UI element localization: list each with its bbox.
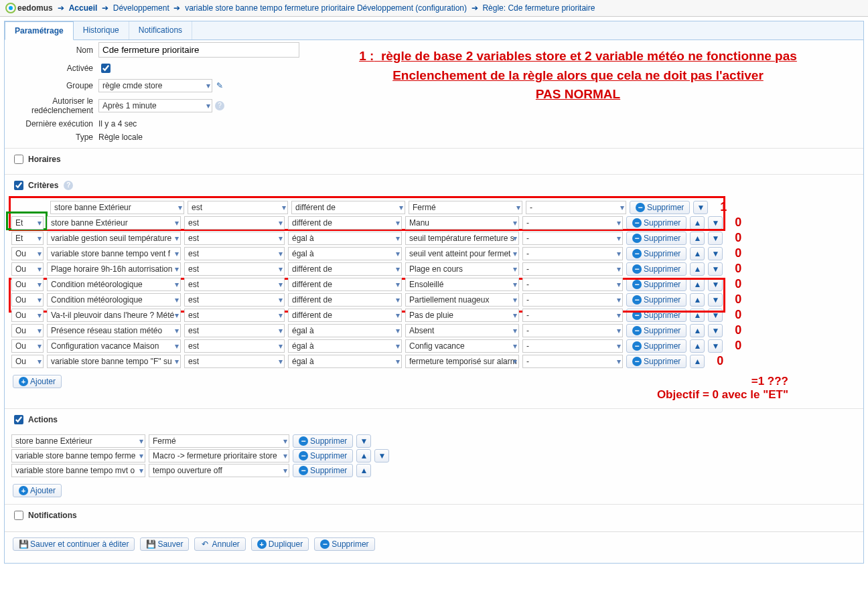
move-up-button[interactable]: ▲ (690, 324, 705, 337)
select-operator[interactable]: Ou▾ (11, 247, 44, 260)
select-comparator[interactable]: égal à▾ (288, 247, 402, 260)
select-extra[interactable]: -▾ (522, 232, 623, 245)
delete-button[interactable]: −Supprimer (314, 537, 374, 551)
select-action-device[interactable]: variable store banne tempo mvt o▾ (11, 464, 145, 477)
select-value[interactable]: Partiellement nuageux▾ (405, 293, 519, 307)
select-operator[interactable]: Ou▾ (11, 278, 44, 291)
supprimer-button[interactable]: −Supprimer (626, 232, 686, 245)
breadcrumb-item[interactable]: variable store banne tempo fermeture pri… (185, 3, 467, 13)
save-button[interactable]: Sauver (140, 537, 189, 551)
duplicate-button[interactable]: +Dupliquer (251, 537, 309, 551)
edit-icon[interactable]: ✎ (216, 81, 223, 90)
select-comparator[interactable]: différent de▾ (288, 309, 402, 322)
select-action-value[interactable]: Fermé▾ (149, 434, 289, 448)
select-extra[interactable]: -▾ (522, 309, 623, 322)
select-groupe[interactable]: règle cmde store▾ (98, 79, 212, 92)
select-operator[interactable]: Ou▾ (11, 324, 44, 337)
select-device[interactable]: Va-t-il pleuvoir dans l'heure ? Mété▾ (47, 309, 181, 322)
help-icon[interactable]: ? (64, 181, 73, 190)
move-down-button[interactable]: ▼ (374, 449, 389, 462)
supprimer-button[interactable]: −Supprimer (626, 216, 686, 230)
select-state[interactable]: est▾ (184, 355, 285, 368)
select-state[interactable]: est▾ (184, 339, 285, 353)
select-extra[interactable]: -▾ (522, 355, 623, 368)
move-down-button[interactable]: ▼ (708, 232, 723, 245)
move-down-button[interactable]: ▼ (708, 339, 723, 353)
select-state[interactable]: est▾ (184, 309, 285, 322)
select-value[interactable]: Manu▾ (405, 216, 519, 230)
select-comparator[interactable]: différent de▾ (288, 216, 402, 230)
select-operator[interactable]: Ou▾ (11, 339, 44, 353)
move-down-button[interactable]: ▼ (708, 324, 723, 337)
select-value[interactable]: seuil vent atteint pour fermet▾ (405, 247, 519, 260)
supprimer-button[interactable]: −Supprimer (626, 262, 686, 276)
move-down-button[interactable]: ▼ (708, 262, 723, 276)
breadcrumb-item[interactable]: Développement (113, 3, 169, 13)
select-operator[interactable]: Et▾ (11, 216, 44, 230)
supprimer-button[interactable]: −Supprimer (293, 449, 353, 462)
supprimer-button[interactable]: −Supprimer (626, 324, 686, 337)
select-extra[interactable]: -▾ (522, 216, 623, 230)
select-device[interactable]: Plage horaire 9h-16h autorrisation▾ (47, 262, 181, 276)
input-nom[interactable] (98, 42, 299, 58)
select-device[interactable]: store banne Extérieur▾ (47, 216, 181, 230)
move-up-button[interactable]: ▲ (690, 278, 705, 291)
tab-notifications[interactable]: Notifications (129, 21, 192, 39)
ajouter-critere-button[interactable]: +Ajouter (13, 375, 62, 388)
save-continue-button[interactable]: Sauver et continuer à éditer (13, 537, 135, 551)
move-down-button[interactable]: ▼ (708, 293, 723, 307)
move-down-button[interactable]: ▼ (356, 434, 371, 448)
supprimer-button[interactable]: −Supprimer (626, 247, 686, 260)
tab-historique[interactable]: Historique (74, 21, 129, 39)
select-comparator[interactable]: différent de▾ (288, 262, 402, 276)
select-comparator[interactable]: égal à▾ (288, 339, 402, 353)
checkbox-criteres[interactable] (14, 181, 23, 190)
move-down-button[interactable]: ▼ (708, 278, 723, 291)
select-extra[interactable]: -▾ (522, 324, 623, 337)
select-device[interactable]: Présence réseau station météo▾ (47, 324, 181, 337)
select-extra[interactable]: -▾ (526, 201, 626, 214)
move-down-button[interactable]: ▼ (708, 247, 723, 260)
select-state[interactable]: est▾ (184, 247, 285, 260)
select-value[interactable]: Config vacance▾ (405, 339, 519, 353)
select-device[interactable]: store banne Extérieur▾ (50, 201, 184, 214)
supprimer-button[interactable]: −Supprimer (626, 293, 686, 307)
select-value[interactable]: seuil température fermeture s▾ (405, 232, 519, 245)
select-state[interactable]: est▾ (184, 324, 285, 337)
select-device[interactable]: Configuration vacance Maison▾ (47, 339, 181, 353)
select-comparator[interactable]: égal à▾ (288, 324, 402, 337)
help-icon[interactable]: ? (215, 101, 224, 110)
supprimer-button[interactable]: −Supprimer (293, 434, 353, 448)
select-redeclenchement[interactable]: Après 1 minute▾ (98, 99, 212, 112)
checkbox-activee[interactable] (101, 64, 111, 73)
move-up-button[interactable]: ▲ (690, 232, 705, 245)
select-action-device[interactable]: store banne Extérieur▾ (11, 434, 145, 448)
tab-parametrage[interactable]: Paramétrage (5, 21, 74, 40)
move-up-button[interactable]: ▲ (690, 339, 705, 353)
select-device[interactable]: Condition météorologique▾ (47, 293, 181, 307)
select-comparator[interactable]: différent de▾ (288, 278, 402, 291)
move-up-button[interactable]: ▲ (690, 247, 705, 260)
select-operator[interactable]: Et▾ (11, 232, 44, 245)
move-down-button[interactable]: ▼ (708, 216, 723, 230)
cancel-button[interactable]: Annuler (194, 537, 245, 551)
move-up-button[interactable]: ▲ (690, 355, 705, 368)
select-state[interactable]: est▾ (184, 262, 285, 276)
supprimer-button[interactable]: −Supprimer (626, 355, 686, 368)
select-state[interactable]: est▾ (184, 232, 285, 245)
select-extra[interactable]: -▾ (522, 339, 623, 353)
select-value[interactable]: Absent▾ (405, 324, 519, 337)
select-extra[interactable]: -▾ (522, 262, 623, 276)
select-device[interactable]: variable gestion seuil température▾ (47, 232, 181, 245)
select-comparator[interactable]: égal à▾ (288, 355, 402, 368)
move-down-button[interactable]: ▼ (708, 309, 723, 322)
breadcrumb-item[interactable]: Accueil (69, 3, 98, 13)
select-device[interactable]: variable store banne tempo vent f▾ (47, 247, 181, 260)
select-action-value[interactable]: Macro -> fermeture prioritaire store▾ (149, 449, 289, 462)
select-value[interactable]: Pas de pluie▾ (405, 309, 519, 322)
select-comparator[interactable]: différent de▾ (291, 201, 405, 214)
supprimer-button[interactable]: −Supprimer (293, 464, 353, 477)
supprimer-button[interactable]: −Supprimer (626, 339, 686, 353)
select-value[interactable]: Ensoleillé▾ (405, 278, 519, 291)
select-extra[interactable]: -▾ (522, 278, 623, 291)
